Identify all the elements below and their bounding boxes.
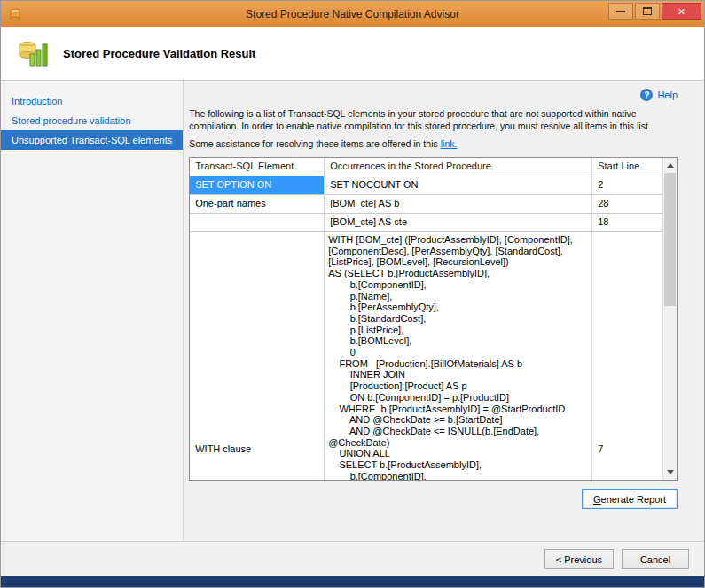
sidebar-item-introduction[interactable]: Introduction (1, 91, 183, 111)
window-title: Stored Procedure Native Compilation Advi… (1, 8, 704, 20)
main-area: Introduction Stored procedure validation… (1, 81, 704, 541)
close-icon: × (678, 5, 685, 18)
scroll-up-icon (667, 163, 674, 168)
sidebar-item-unsupported-elements[interactable]: Unsupported Transact-SQL elements (1, 130, 183, 150)
content-pane: ? Help The following is a list of Transa… (184, 81, 704, 541)
table-row-with-clause[interactable]: WITH clause WITH [BOM_cte] ([ProductAsse… (190, 232, 662, 480)
table-scrollbar[interactable] (662, 158, 677, 480)
title-bar[interactable]: Stored Procedure Native Compilation Advi… (1, 1, 704, 27)
unsupported-elements-table: Transact-SQL Element Occurrences in the … (189, 157, 678, 481)
table-row-set-option[interactable]: SET OPTION ON SET NOCOUNT ON 2 (190, 176, 662, 195)
maximize-icon (643, 7, 652, 15)
cell-element[interactable]: SET OPTION ON (190, 176, 325, 194)
scroll-down-icon (667, 470, 674, 474)
cell-occurrence[interactable]: [BOM_cte] AS b (325, 195, 592, 213)
column-header-start-line[interactable]: Start Line (592, 158, 662, 176)
dialog-footer: < Previous Cancel (1, 541, 704, 576)
table-grid: Transact-SQL Element Occurrences in the … (190, 158, 662, 480)
generate-report-label: enerate Report (601, 494, 666, 505)
column-header-occurrences[interactable]: Occurrences in the Stored Procedure (325, 158, 592, 176)
cancel-button[interactable]: Cancel (622, 549, 689, 569)
maximize-button[interactable] (635, 3, 660, 20)
cell-element[interactable]: WITH clause (190, 232, 325, 480)
dialog-header: Stored Procedure Validation Result (1, 27, 704, 81)
minimize-icon (616, 11, 625, 12)
column-header-element[interactable]: Transact-SQL Element (190, 158, 325, 176)
generate-report-mnemonic: G (593, 494, 601, 505)
table-row-one-part-names-2[interactable]: [BOM_cte] AS cte 18 (190, 214, 662, 232)
help-icon[interactable]: ? (640, 89, 653, 101)
table-header-row: Transact-SQL Element Occurrences in the … (190, 158, 662, 176)
page-title: Stored Procedure Validation Result (63, 47, 255, 60)
cell-start-line[interactable]: 2 (592, 176, 662, 194)
window-bottom-accent (1, 576, 704, 587)
minimize-button[interactable] (608, 3, 633, 20)
cell-start-line[interactable]: 18 (592, 214, 662, 231)
description-text: The following is a list of Transact-SQL … (189, 108, 678, 132)
cell-occurrence[interactable]: SET NOCOUNT ON (325, 176, 592, 194)
help-link[interactable]: Help (657, 90, 678, 100)
app-icon (8, 7, 22, 21)
sidebar-item-stored-procedure-validation[interactable]: Stored procedure validation (1, 111, 183, 130)
table-row-one-part-names[interactable]: One-part names [BOM_cte] AS b 28 (190, 195, 662, 214)
help-row: ? Help (189, 89, 678, 101)
window-controls: × (608, 3, 701, 20)
scrollbar-thumb[interactable] (664, 173, 676, 306)
wizard-nav: Introduction Stored procedure validation… (1, 81, 184, 541)
validation-result-icon (17, 38, 49, 70)
dialog-window: Stored Procedure Native Compilation Advi… (0, 0, 705, 588)
assistance-link[interactable]: link. (441, 138, 458, 149)
cell-occurrence[interactable]: WITH [BOM_cte] ([ProductAssemblyID], [Co… (325, 232, 592, 480)
cell-start-line[interactable]: 7 (592, 232, 662, 480)
assistance-line: Some assistance for resolving these item… (189, 138, 678, 149)
cell-occurrence[interactable]: [BOM_cte] AS cte (325, 214, 592, 231)
cell-element[interactable]: One-part names (190, 195, 325, 213)
cell-start-line[interactable]: 28 (592, 195, 662, 213)
scroll-down-button[interactable] (663, 465, 677, 480)
previous-button[interactable]: < Previous (544, 549, 614, 569)
assistance-text: Some assistance for resolving these item… (189, 138, 438, 149)
cell-element[interactable] (190, 214, 325, 231)
generate-report-button[interactable]: Generate Report (582, 489, 678, 509)
close-button[interactable]: × (662, 3, 701, 20)
generate-report-row: Generate Report (189, 489, 678, 509)
scroll-up-button[interactable] (663, 158, 677, 173)
